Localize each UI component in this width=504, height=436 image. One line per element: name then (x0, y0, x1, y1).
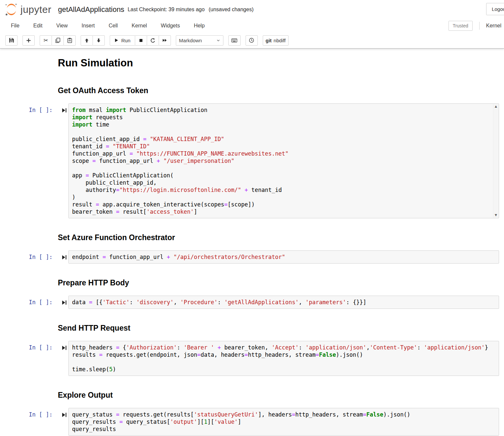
run-button-group: Run (110, 35, 171, 46)
code-line: result = app.acquire_token_interactive(s… (72, 201, 490, 208)
menu-list: File Edit View Insert Cell Kernel Widget… (4, 19, 212, 32)
move-cell-button-group (81, 35, 105, 46)
code-cell: In [ ]:endpoint = function_app_url + "/a… (0, 250, 499, 264)
copy-cell-button[interactable] (52, 35, 64, 46)
notebook-toolbar: ✂ (0, 32, 504, 48)
save-button[interactable] (5, 35, 18, 46)
code-cell: In [ ]:data = [{'Tactic': 'discovery', '… (0, 296, 499, 309)
code-cell: In [ ]:http_headers = {'Authorization': … (0, 341, 499, 376)
run-cell-icon[interactable] (62, 255, 67, 260)
unsaved-changes-indicator: (unsaved changes) (209, 7, 253, 13)
scissors-icon: ✂ (43, 38, 48, 43)
code-line (72, 358, 495, 366)
code-line (72, 128, 490, 135)
menu-insert[interactable]: Insert (75, 19, 102, 32)
code-line: query_status = requests.get(results['sta… (72, 411, 495, 418)
run-cell-icon[interactable] (62, 300, 67, 305)
code-cell: In [ ]:from msal import PublicClientAppl… (0, 103, 499, 218)
code-line: time.sleep(5) (72, 366, 495, 373)
run-button-label: Run (121, 38, 131, 43)
code-input-area[interactable]: from msal import PublicClientApplication… (68, 103, 499, 218)
input-prompt: In [ ]: (29, 299, 53, 306)
paste-clipboard-icon (67, 38, 72, 43)
code-line: from msal import PublicClientApplication (72, 106, 490, 114)
menubar-right: Trusted Kernel (448, 19, 501, 32)
logout-button[interactable]: Logout (486, 3, 504, 15)
keyboard-icon (231, 38, 237, 43)
run-cell-icon[interactable] (62, 108, 67, 113)
markdown-heading[interactable]: Set Azure Function Orchestrator (58, 233, 504, 242)
markdown-heading[interactable]: Explore Output (58, 391, 504, 400)
menu-file[interactable]: File (4, 19, 26, 32)
arrow-down-icon (96, 38, 101, 43)
code-line: authority="https://login.microsoftonline… (72, 186, 490, 194)
paste-cell-button[interactable] (63, 35, 76, 46)
cell-prompt-area: In [ ]: (0, 296, 68, 306)
checkpoint-history-button[interactable] (246, 35, 258, 46)
code-line: ) (72, 194, 490, 201)
code-line: scope = function_app_url + "/user_impers… (72, 157, 490, 164)
scroll-up-icon[interactable]: ▲ (495, 105, 497, 108)
run-cell-icon[interactable] (62, 345, 67, 350)
menu-widgets[interactable]: Widgets (154, 19, 187, 32)
trusted-button[interactable]: Trusted (448, 21, 473, 31)
code-line: app = PublicClientApplication( (72, 172, 490, 179)
menu-kernel[interactable]: Kernel (125, 19, 154, 32)
markdown-heading[interactable]: Send HTTP Request (58, 324, 504, 333)
code-line: http_headers = {'Authorization': 'Bearer… (72, 344, 495, 351)
code-input-area[interactable]: query_status = requests.get(results['sta… (68, 408, 499, 436)
clock-icon (249, 38, 254, 43)
cell-prompt-area: In [ ]: (0, 408, 68, 418)
run-button[interactable]: Run (110, 35, 135, 46)
markdown-heading[interactable]: Get OAuth Access Token (58, 86, 504, 95)
code-line (72, 164, 490, 172)
restart-kernel-button[interactable] (147, 35, 159, 46)
git-icon: git (266, 38, 272, 43)
cut-cell-button[interactable]: ✂ (40, 35, 52, 46)
menu-edit[interactable]: Edit (26, 19, 50, 32)
code-line: import requests (72, 114, 490, 121)
code-line: bearer_token = result['access_token'] (72, 208, 490, 215)
markdown-heading[interactable]: Prepare HTTP Body (58, 278, 504, 287)
menu-bar: File Edit View Insert Cell Kernel Widget… (0, 19, 504, 32)
code-line: import time (72, 121, 490, 128)
cell-type-select[interactable]: Markdown (176, 35, 223, 46)
floppy-save-icon (9, 38, 14, 43)
command-palette-button[interactable] (228, 35, 241, 46)
menu-view[interactable]: View (49, 19, 74, 32)
input-prompt: In [ ]: (29, 254, 53, 260)
vertical-separator (479, 22, 480, 30)
interrupt-kernel-button[interactable] (135, 35, 147, 46)
clipboard-button-group: ✂ (40, 35, 76, 46)
add-cell-button[interactable] (22, 35, 35, 46)
kernel-name-label: Kernel (486, 23, 501, 29)
menu-cell[interactable]: Cell (102, 19, 125, 32)
fast-forward-icon (162, 38, 167, 43)
code-line: results = requests.get(endpoint, json=da… (72, 351, 495, 358)
menu-help[interactable]: Help (187, 19, 212, 32)
jupyter-logo[interactable]: jupyter (5, 3, 52, 16)
restart-run-all-button[interactable] (159, 35, 171, 46)
code-line: public_client_app_id = "KATANA_CLIENT_AP… (72, 135, 490, 143)
code-line: public_client_app_id, (72, 179, 490, 186)
notebook-title[interactable]: getAllAdApplications (58, 5, 125, 14)
plus-icon (26, 38, 31, 43)
scroll-down-icon[interactable]: ▼ (495, 214, 497, 217)
code-line: query_results (72, 425, 495, 433)
move-cell-down-button[interactable] (93, 35, 105, 46)
code-cell: In [ ]:query_status = requests.get(resul… (0, 408, 499, 436)
header: jupyter getAllAdApplications Last Checkp… (0, 0, 504, 19)
code-line: tenant_id = "TENANT_ID" (72, 143, 490, 150)
code-input-area[interactable]: endpoint = function_app_url + "/api/orch… (68, 250, 499, 264)
arrow-up-icon (84, 38, 89, 43)
cell-scrollbar[interactable]: ▲▼ (493, 104, 498, 218)
git-nbdiff-button[interactable]: git nbdiff (263, 35, 289, 46)
input-prompt: In [ ]: (29, 344, 53, 351)
code-input-area[interactable]: http_headers = {'Authorization': 'Bearer… (68, 341, 499, 376)
code-input-area[interactable]: data = [{'Tactic': 'discovery', 'Procedu… (68, 296, 499, 309)
move-cell-up-button[interactable] (81, 35, 93, 46)
markdown-heading[interactable]: Run Simulation (58, 57, 504, 69)
run-cell-icon[interactable] (62, 412, 67, 418)
cell-type-value: Markdown (179, 38, 202, 43)
jupyter-logo-icon (5, 3, 18, 16)
